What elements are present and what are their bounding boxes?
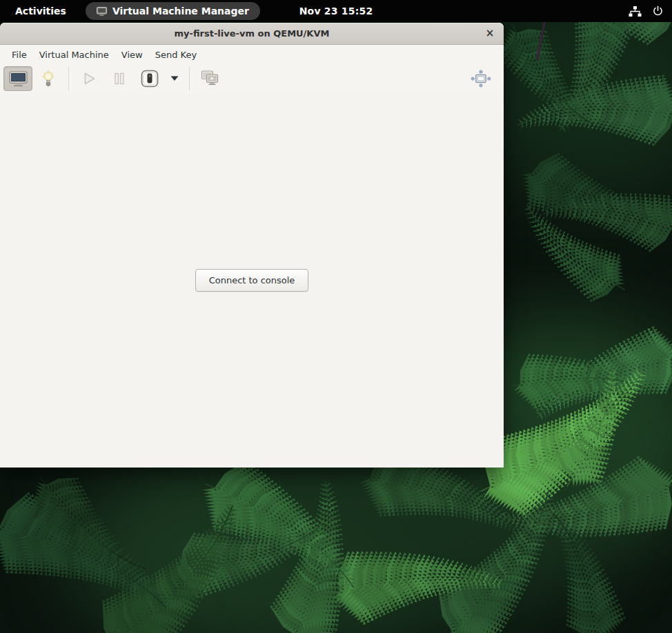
run-button[interactable]	[75, 66, 103, 91]
menu-file[interactable]: File	[6, 46, 33, 63]
shutdown-menu-arrow-icon	[170, 76, 179, 81]
pause-icon	[112, 71, 127, 86]
pause-button[interactable]	[105, 66, 134, 91]
menu-virtual-machine[interactable]: Virtual Machine	[33, 46, 115, 63]
close-icon: ×	[486, 27, 495, 39]
vm-monitor-icon	[97, 7, 107, 16]
activities-button[interactable]: Activities	[7, 3, 75, 19]
hardware-details-lightbulb-icon	[41, 70, 55, 88]
menu-send-key[interactable]: Send Key	[149, 46, 203, 63]
titlebar[interactable]: my-first-live-vm on QEMU/KVM ×	[0, 23, 504, 45]
system-status-area	[629, 0, 664, 22]
gnome-top-bar: Activities Virtual Machine Manager Nov 2…	[0, 0, 672, 22]
shutdown-power-switch-icon	[140, 69, 159, 88]
run-play-icon	[81, 70, 97, 87]
menu-view[interactable]: View	[115, 46, 149, 63]
app-indicator-label: Virtual Machine Manager	[112, 6, 249, 17]
console-area: Connect to console	[0, 93, 504, 468]
shutdown-button[interactable]	[135, 66, 164, 91]
snapshots-displays-icon	[201, 70, 219, 88]
show-console-button[interactable]	[3, 66, 32, 91]
menubar: File Virtual Machine View Send Key	[0, 45, 504, 64]
show-hardware-details-button[interactable]	[34, 66, 63, 91]
network-wired-icon[interactable]	[629, 6, 642, 17]
toolbar-separator	[189, 67, 190, 90]
connect-to-console-button[interactable]: Connect to console	[195, 269, 309, 292]
shutdown-menu-button[interactable]	[166, 66, 184, 91]
toolbar-separator	[68, 67, 69, 90]
app-indicator[interactable]: Virtual Machine Manager	[86, 2, 260, 20]
window-title: my-first-live-vm on QEMU/KVM	[175, 28, 330, 39]
toolbar	[0, 64, 504, 94]
console-display-icon	[9, 71, 28, 87]
vm-window: my-first-live-vm on QEMU/KVM × File Virt…	[0, 23, 504, 468]
snapshots-button[interactable]	[195, 66, 224, 91]
power-icon[interactable]	[652, 6, 664, 17]
close-button[interactable]: ×	[482, 26, 497, 41]
clock[interactable]: Nov 23 15:52	[299, 6, 373, 17]
fullscreen-button[interactable]	[466, 66, 495, 91]
fullscreen-display-icon	[471, 70, 491, 88]
